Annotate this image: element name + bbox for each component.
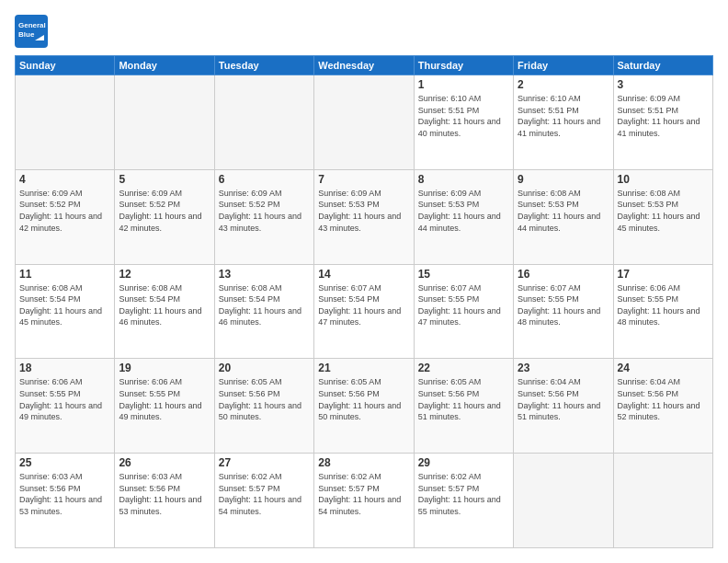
calendar-day-header: Sunday [16, 56, 115, 75]
day-number: 2 [518, 78, 609, 91]
calendar-cell: 28Sunrise: 6:02 AMSunset: 5:57 PMDayligh… [314, 454, 414, 548]
calendar-cell: 27Sunrise: 6:02 AMSunset: 5:57 PMDayligh… [214, 454, 313, 548]
day-info: Sunrise: 6:08 AMSunset: 5:53 PMDaylight:… [618, 188, 709, 234]
day-number: 27 [219, 456, 310, 469]
calendar-day-header: Tuesday [214, 56, 313, 75]
day-number: 29 [418, 456, 509, 469]
calendar-cell: 11Sunrise: 6:08 AMSunset: 5:54 PMDayligh… [16, 264, 115, 359]
day-info: Sunrise: 6:04 AMSunset: 5:56 PMDaylight:… [518, 376, 609, 422]
day-info: Sunrise: 6:05 AMSunset: 5:56 PMDaylight:… [219, 376, 310, 422]
calendar-cell: 15Sunrise: 6:07 AMSunset: 5:55 PMDayligh… [414, 264, 513, 359]
calendar-cell: 13Sunrise: 6:08 AMSunset: 5:54 PMDayligh… [214, 264, 313, 359]
calendar-day-header: Monday [115, 56, 214, 75]
svg-text:General: General [18, 21, 46, 29]
day-info: Sunrise: 6:09 AMSunset: 5:52 PMDaylight:… [19, 188, 110, 234]
day-info: Sunrise: 6:02 AMSunset: 5:57 PMDaylight:… [418, 471, 509, 517]
calendar-cell: 10Sunrise: 6:08 AMSunset: 5:53 PMDayligh… [613, 169, 712, 264]
calendar-day-header: Wednesday [314, 56, 414, 75]
calendar-week-row: 25Sunrise: 6:03 AMSunset: 5:56 PMDayligh… [16, 454, 713, 548]
logo: General Blue [15, 15, 48, 48]
day-info: Sunrise: 6:07 AMSunset: 5:55 PMDaylight:… [518, 282, 609, 328]
calendar-cell: 24Sunrise: 6:04 AMSunset: 5:56 PMDayligh… [613, 359, 712, 454]
day-number: 6 [219, 173, 310, 186]
calendar-week-row: 11Sunrise: 6:08 AMSunset: 5:54 PMDayligh… [16, 264, 713, 359]
day-number: 14 [318, 268, 409, 281]
day-info: Sunrise: 6:05 AMSunset: 5:56 PMDaylight:… [318, 376, 409, 422]
day-info: Sunrise: 6:08 AMSunset: 5:54 PMDaylight:… [19, 282, 110, 328]
calendar-week-row: 1Sunrise: 6:10 AMSunset: 5:51 PMDaylight… [16, 75, 713, 170]
day-info: Sunrise: 6:07 AMSunset: 5:55 PMDaylight:… [418, 282, 509, 328]
calendar-cell [613, 454, 712, 548]
day-info: Sunrise: 6:05 AMSunset: 5:56 PMDaylight:… [418, 376, 509, 422]
day-number: 4 [19, 173, 110, 186]
day-info: Sunrise: 6:03 AMSunset: 5:56 PMDaylight:… [119, 471, 210, 517]
calendar-cell: 3Sunrise: 6:09 AMSunset: 5:51 PMDaylight… [613, 75, 712, 170]
day-number: 23 [518, 362, 609, 374]
calendar-cell: 8Sunrise: 6:09 AMSunset: 5:53 PMDaylight… [414, 169, 513, 264]
calendar-cell: 23Sunrise: 6:04 AMSunset: 5:56 PMDayligh… [514, 359, 613, 454]
day-info: Sunrise: 6:02 AMSunset: 5:57 PMDaylight:… [318, 471, 409, 517]
calendar-cell [214, 75, 313, 170]
day-info: Sunrise: 6:06 AMSunset: 5:55 PMDaylight:… [119, 376, 210, 422]
day-info: Sunrise: 6:08 AMSunset: 5:53 PMDaylight:… [518, 188, 609, 234]
calendar-cell: 12Sunrise: 6:08 AMSunset: 5:54 PMDayligh… [115, 264, 214, 359]
day-number: 16 [518, 268, 609, 281]
day-info: Sunrise: 6:03 AMSunset: 5:56 PMDaylight:… [19, 471, 110, 517]
day-info: Sunrise: 6:09 AMSunset: 5:52 PMDaylight:… [119, 188, 210, 234]
page: General Blue SundayMondayTuesdayWednesda… [0, 0, 728, 563]
calendar-cell: 19Sunrise: 6:06 AMSunset: 5:55 PMDayligh… [115, 359, 214, 454]
calendar-week-row: 4Sunrise: 6:09 AMSunset: 5:52 PMDaylight… [16, 169, 713, 264]
calendar-cell [16, 75, 115, 170]
day-number: 15 [418, 268, 509, 281]
calendar-day-header: Friday [514, 56, 613, 75]
day-number: 1 [418, 78, 509, 91]
calendar-header-row: SundayMondayTuesdayWednesdayThursdayFrid… [16, 56, 713, 75]
calendar-cell: 14Sunrise: 6:07 AMSunset: 5:54 PMDayligh… [314, 264, 414, 359]
day-number: 20 [219, 362, 310, 374]
calendar-cell: 16Sunrise: 6:07 AMSunset: 5:55 PMDayligh… [514, 264, 613, 359]
day-info: Sunrise: 6:09 AMSunset: 5:52 PMDaylight:… [219, 188, 310, 234]
calendar-cell: 9Sunrise: 6:08 AMSunset: 5:53 PMDaylight… [514, 169, 613, 264]
calendar-cell: 26Sunrise: 6:03 AMSunset: 5:56 PMDayligh… [115, 454, 214, 548]
day-info: Sunrise: 6:04 AMSunset: 5:56 PMDaylight:… [618, 376, 709, 422]
logo-icon: General Blue [15, 15, 48, 48]
calendar-cell: 2Sunrise: 6:10 AMSunset: 5:51 PMDaylight… [514, 75, 613, 170]
day-number: 22 [418, 362, 509, 374]
day-number: 8 [418, 173, 509, 186]
svg-text:Blue: Blue [18, 30, 35, 39]
day-number: 24 [618, 362, 709, 374]
calendar-day-header: Saturday [613, 56, 712, 75]
day-number: 10 [618, 173, 709, 186]
day-info: Sunrise: 6:10 AMSunset: 5:51 PMDaylight:… [518, 93, 609, 139]
day-number: 3 [618, 78, 709, 91]
day-number: 21 [318, 362, 409, 374]
day-number: 26 [119, 456, 210, 469]
day-number: 19 [119, 362, 210, 374]
calendar-cell: 1Sunrise: 6:10 AMSunset: 5:51 PMDaylight… [414, 75, 513, 170]
calendar-cell: 25Sunrise: 6:03 AMSunset: 5:56 PMDayligh… [16, 454, 115, 548]
calendar-cell: 18Sunrise: 6:06 AMSunset: 5:55 PMDayligh… [16, 359, 115, 454]
day-number: 12 [119, 268, 210, 281]
day-number: 9 [518, 173, 609, 186]
day-number: 13 [219, 268, 310, 281]
calendar-cell: 22Sunrise: 6:05 AMSunset: 5:56 PMDayligh… [414, 359, 513, 454]
calendar-cell [314, 75, 414, 170]
day-number: 28 [318, 456, 409, 469]
calendar-week-row: 18Sunrise: 6:06 AMSunset: 5:55 PMDayligh… [16, 359, 713, 454]
day-info: Sunrise: 6:08 AMSunset: 5:54 PMDaylight:… [219, 282, 310, 328]
calendar-cell: 7Sunrise: 6:09 AMSunset: 5:53 PMDaylight… [314, 169, 414, 264]
day-info: Sunrise: 6:02 AMSunset: 5:57 PMDaylight:… [219, 471, 310, 517]
calendar-cell [115, 75, 214, 170]
calendar-cell [514, 454, 613, 548]
calendar-table: SundayMondayTuesdayWednesdayThursdayFrid… [15, 55, 713, 548]
day-info: Sunrise: 6:06 AMSunset: 5:55 PMDaylight:… [618, 282, 709, 328]
day-info: Sunrise: 6:09 AMSunset: 5:53 PMDaylight:… [318, 188, 409, 234]
day-number: 18 [19, 362, 110, 374]
day-number: 11 [19, 268, 110, 281]
calendar-cell: 5Sunrise: 6:09 AMSunset: 5:52 PMDaylight… [115, 169, 214, 264]
day-number: 17 [618, 268, 709, 281]
calendar-cell: 20Sunrise: 6:05 AMSunset: 5:56 PMDayligh… [214, 359, 313, 454]
day-number: 7 [318, 173, 409, 186]
calendar-cell: 6Sunrise: 6:09 AMSunset: 5:52 PMDaylight… [214, 169, 313, 264]
day-info: Sunrise: 6:07 AMSunset: 5:54 PMDaylight:… [318, 282, 409, 328]
